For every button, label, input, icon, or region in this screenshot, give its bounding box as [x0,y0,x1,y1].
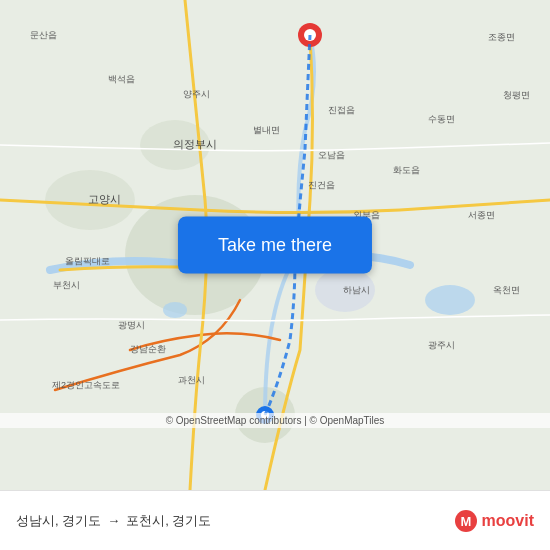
footer-arrow: → [107,513,120,528]
label-jojong: 조종면 [488,32,515,42]
label-jingeon: 진건읍 [308,180,335,190]
footer-branding: M moovit [454,509,534,533]
label-jinjeop: 진접읍 [328,105,355,115]
label-gwangju: 광주시 [428,340,455,350]
svg-text:M: M [460,514,471,529]
label-gwacheon: 과천시 [178,375,205,385]
label-olympic-road: 올림픽대로 [65,256,110,266]
label-sudong: 수동면 [428,114,455,124]
label-uijeongbu: 의정부시 [173,138,217,150]
moovit-text: moovit [482,512,534,530]
label-okcheon: 옥천면 [493,285,520,295]
label-goyang: 고양시 [88,193,121,205]
footer-origin: 성남시, 경기도 [16,512,101,530]
moovit-icon: M [454,509,478,533]
moovit-logo: M moovit [454,509,534,533]
label-baekseok: 백석읍 [108,74,135,84]
label-byeollae: 별내면 [253,125,280,135]
take-me-there-button[interactable]: Take me there [178,217,372,274]
label-yangju: 양주시 [183,89,210,99]
svg-point-6 [425,285,475,315]
button-overlay: Take me there [178,217,372,274]
label-onam: 오남읍 [318,150,345,160]
label-gwangmyeong: 광명시 [118,320,145,330]
label-highway-gangnam: 강남순환 [130,344,166,354]
map-container: 문산읍 조종면 백석읍 양주시 의정부시 별내면 진접읍 수동면 청평면 오남읍… [0,0,550,490]
label-hanam: 하남시 [343,285,370,295]
map-attribution: © OpenStreetMap contributors | © OpenMap… [0,413,550,428]
footer-destination: 포천시, 경기도 [126,512,211,530]
label-bucheon: 부천시 [53,280,80,290]
label-highway-2: 제2경인고속도로 [52,380,120,390]
label-cheongpyeong: 청평면 [503,90,530,100]
label-munsan: 문산읍 [30,30,57,40]
footer-route-info: 성남시, 경기도 → 포천시, 경기도 [16,512,211,530]
footer: 성남시, 경기도 → 포천시, 경기도 M moovit [0,490,550,550]
label-hwado: 화도읍 [393,165,420,175]
label-seojong: 서종면 [468,210,495,220]
svg-point-7 [163,302,187,318]
